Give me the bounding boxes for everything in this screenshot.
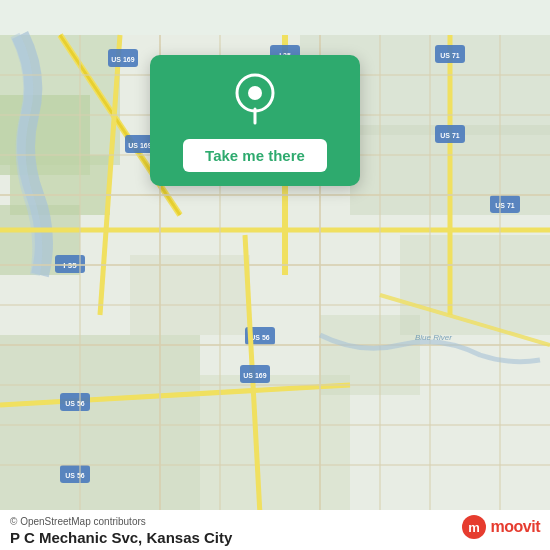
svg-text:US 71: US 71 bbox=[440, 132, 460, 139]
map-container: I 35 US 169 US 169 I 35 US 71 US 71 US 7… bbox=[0, 0, 550, 550]
map-pin-icon bbox=[229, 73, 281, 125]
svg-text:US 56: US 56 bbox=[65, 400, 85, 407]
svg-text:US 169: US 169 bbox=[243, 372, 266, 379]
moovit-logo: m moovit bbox=[461, 514, 540, 540]
moovit-icon: m bbox=[461, 514, 487, 540]
moovit-text: moovit bbox=[491, 518, 540, 536]
svg-rect-10 bbox=[130, 255, 250, 335]
svg-text:US 56: US 56 bbox=[65, 472, 85, 479]
svg-text:m: m bbox=[468, 520, 480, 535]
bottom-bar: © OpenStreetMap contributors P C Mechani… bbox=[0, 510, 550, 550]
svg-text:US 56: US 56 bbox=[250, 334, 270, 341]
svg-text:Blue River: Blue River bbox=[415, 333, 452, 342]
svg-text:US 169: US 169 bbox=[128, 142, 151, 149]
take-me-there-button[interactable]: Take me there bbox=[183, 139, 327, 172]
svg-rect-11 bbox=[320, 315, 420, 395]
svg-point-62 bbox=[248, 86, 262, 100]
svg-rect-9 bbox=[200, 375, 350, 515]
svg-rect-7 bbox=[400, 235, 550, 335]
place-name: P C Mechanic Svc, Kansas City bbox=[10, 529, 232, 546]
svg-text:US 169: US 169 bbox=[111, 56, 134, 63]
location-card: Take me there bbox=[150, 55, 360, 186]
svg-text:US 71: US 71 bbox=[495, 202, 515, 209]
svg-text:US 71: US 71 bbox=[440, 52, 460, 59]
